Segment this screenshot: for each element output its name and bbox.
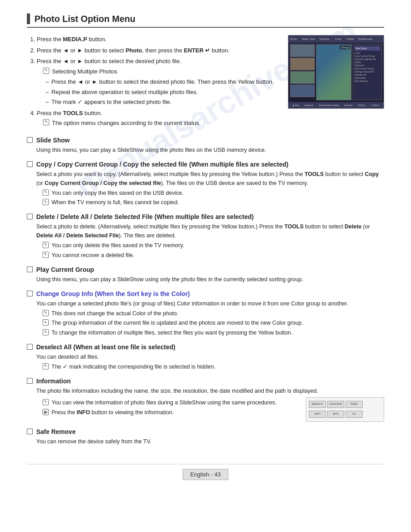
section-delete: Delete / Delete All / Delete Selected Fi… (27, 213, 384, 260)
note-icon-da-1: ✎ (43, 363, 49, 369)
checkbox-change-group (27, 291, 33, 296)
change-group-note-2: ✎ The group information of the current f… (43, 319, 384, 327)
copy-note-2: ✎ When the TV memory is full, files cann… (43, 198, 384, 207)
checkbox-deselect (27, 344, 33, 350)
deselect-body-text: You can deselect all files. (36, 354, 99, 360)
section-play-current-group: Play Current Group Using this menu, you … (27, 266, 384, 284)
checkbox-info (27, 378, 33, 384)
note-icon-cg-1: ✎ (43, 310, 49, 316)
section-slide-show-title: Slide Show (36, 137, 70, 144)
delete-note-2-text: You cannot recover a deleted file. (51, 251, 134, 260)
note-icon-info-1: ✎ (43, 399, 49, 405)
section-change-group-body: You can change a selected photo file's (… (36, 299, 384, 337)
info-press-text: Press the INFO button to viewing the inf… (51, 408, 174, 417)
info-text-area: ✎ You can view the information of photo … (36, 397, 301, 419)
media-p-label: MEDIA.P (63, 36, 87, 43)
selecting-dashes: Press the ◄ or ► button to select the de… (37, 77, 279, 107)
page-title: Photo List Option Menu (27, 13, 384, 28)
section-safe-remove-body: You can remove the device safely from th… (36, 437, 384, 446)
section-safe-remove-title: Safe Remove (36, 428, 76, 435)
thumbnail-strip (290, 44, 315, 100)
selected-thumb (290, 85, 315, 97)
info-note-1: ✎ You can view the information of photo … (43, 399, 301, 407)
dash-3: The mark ✓ appears to the selected photo… (46, 98, 279, 107)
change-group-note-3: ✎ To change the information of multiple … (43, 329, 384, 337)
note-icon-copy-2: ✎ (43, 199, 49, 205)
section-delete-body: Select a photo to delete. (Alternatively… (36, 222, 384, 260)
section-copy-title: Copy / Copy Current Group / Copy the sel… (36, 161, 288, 168)
section-change-group-header: Change Group Info (When the Sort key is … (27, 290, 384, 297)
remote-btn-mts: MTS (327, 411, 344, 418)
dash-2: Repeat the above operation to select mul… (46, 88, 279, 97)
section-delete-title: Delete / Delete All / Delete Selected Fi… (36, 213, 254, 220)
change-group-note-1: ✎ This does not change the actual Color … (43, 309, 384, 318)
step4-note-text: The option menu changes according to the… (52, 119, 201, 128)
section-info-header: Information (27, 378, 384, 385)
checkbox-safe-remove (27, 429, 33, 434)
info-flex: ✎ You can view the information of photo … (36, 397, 384, 422)
change-group-note-3-text: To change the information of multiple fi… (51, 329, 293, 337)
checkbox-play (27, 266, 33, 272)
note-icon-cg-2: ✎ (43, 319, 49, 326)
selecting-photos-note: ✎ Selecting Multiple Photos (43, 67, 279, 76)
section-info-body: The photo file information including the… (36, 386, 384, 422)
copy-note-2-text: When the TV memory is full, files cannot… (51, 198, 179, 207)
note-icon: ✎ (43, 68, 49, 74)
section-change-group-title: Change Group Info (When the Sort key is … (36, 290, 190, 297)
dash-1: Press the ◄ or ► button to select the de… (46, 77, 279, 86)
remote-btn-page: PAGE (346, 401, 363, 408)
screenshot-content: 1234.jpg Slide Show Copy Copy Current Gr… (288, 43, 384, 102)
section-copy-body: Select a photo you want to copy. (Altern… (36, 170, 384, 207)
intro-section: Press the MEDIA.P button. Press the ◄ or… (27, 35, 384, 130)
copy-note-1-text: You can only copy the files saved on the… (51, 189, 184, 197)
remote-btn-info: INFO (309, 411, 326, 418)
tools-label-step4: TOOLS (63, 110, 83, 116)
note-icon-cg-3: ✎ (43, 329, 49, 335)
section-play-title: Play Current Group (36, 266, 94, 273)
checkbox-copy (27, 161, 33, 167)
step-1: Press the MEDIA.P button. (37, 35, 279, 44)
page-footer: English - 43 (27, 464, 384, 480)
section-change-group-info: Change Group Info (When the Sort key is … (27, 290, 384, 337)
section-information: Information The photo file information i… (27, 378, 384, 422)
change-group-note-1-text: This does not change the actual Color of… (51, 309, 179, 318)
section-play-header: Play Current Group (27, 266, 384, 273)
enter-label: ENTER ↵ (184, 47, 210, 54)
step-2: Press the ◄ or ► button to select Photo,… (37, 46, 279, 55)
section-deselect-body: You can deselect all files. ✎ The ✓ mark… (36, 352, 384, 371)
deselect-note-1: ✎ The ✓ mark indicating the correspondin… (43, 363, 384, 371)
checkbox-slide-show (27, 137, 33, 143)
info-note-1-text: You can view the information of photo fi… (51, 399, 277, 407)
section-safe-remove-header: Safe Remove (27, 428, 384, 435)
checkbox-delete (27, 214, 33, 219)
section-info-title: Information (36, 378, 71, 385)
screenshot-sidebar: Slide Show Copy Copy Current Group Copy … (353, 44, 382, 100)
delete-note-1: ✎ You can only delete the files saved in… (43, 241, 384, 250)
section-copy-header: Copy / Copy Current Group / Copy the sel… (27, 161, 384, 168)
remote-btn-content: CONTENT (327, 401, 344, 408)
remote-btn-cc: CC (346, 411, 363, 418)
selecting-photos-label: Selecting Multiple Photos (52, 67, 117, 76)
note-icon-info-press: ▶ (43, 409, 49, 415)
delete-note-2: ✎ You cannot recover a deleted file. (43, 251, 384, 260)
screenshot-top-bar: PhotoBasic ViewTimelineColorFolderPrefer… (288, 35, 384, 43)
section-deselect-all: Deselect All (When at least one file is … (27, 343, 384, 371)
photo-label: Photo (125, 47, 142, 54)
section-deselect-header: Deselect All (When at least one file is … (27, 343, 384, 351)
note-icon-delete-1: ✎ (43, 242, 49, 248)
steps-list: Press the MEDIA.P button. Press the ◄ or… (27, 35, 279, 128)
info-press-note: ▶ Press the INFO button to viewing the i… (43, 408, 301, 417)
step-3: Press the ◄ or ► button to select the de… (37, 57, 279, 107)
remote-btn-mediap: MEDIA.P (309, 401, 326, 408)
section-copy: Copy / Copy Current Group / Copy the sel… (27, 161, 384, 207)
section-slide-show-header: Slide Show (27, 137, 384, 144)
section-delete-header: Delete / Delete All / Delete Selected Fi… (27, 213, 384, 220)
note-icon-delete-2: ✎ (43, 252, 49, 258)
intro-text: Press the MEDIA.P button. Press the ◄ or… (27, 35, 288, 130)
step-4: Press the TOOLS button. ✎ The option men… (37, 109, 279, 128)
section-safe-remove: Safe Remove You can remove the device sa… (27, 428, 384, 446)
note-icon-copy-1: ✎ (43, 189, 49, 196)
remote-control-image: MEDIA.P CONTENT PAGE INFO MTS CC (306, 397, 384, 422)
screenshot-bottom-bar: ▶ Play◀ Queue⚙ Favourites Setting■ Selec… (288, 102, 384, 108)
change-group-note-2-text: The group information of the current fil… (51, 319, 303, 327)
